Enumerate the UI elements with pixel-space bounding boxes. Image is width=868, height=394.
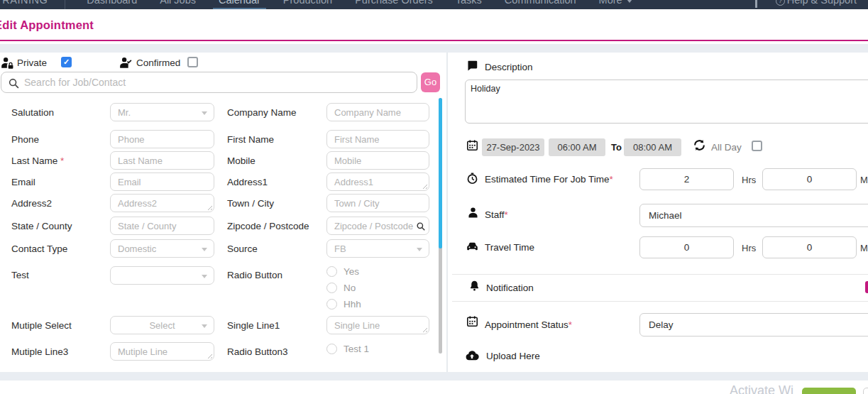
- date-picker-chip[interactable]: 27-Sep-2023: [482, 138, 544, 156]
- cloud-upload-icon: [465, 349, 479, 363]
- first-name-input[interactable]: First Name: [326, 130, 429, 148]
- nav-brand[interactable]: TRAINING: [0, 0, 49, 9]
- travel-hrs-input[interactable]: 0: [639, 236, 734, 258]
- all-day-label: All Day: [711, 142, 742, 153]
- search-input[interactable]: [24, 73, 407, 92]
- radio-test1[interactable]: [326, 344, 337, 354]
- start-time-chip[interactable]: 06:00 AM: [549, 138, 605, 156]
- radio-no[interactable]: [326, 283, 337, 293]
- clock-icon: [466, 173, 478, 185]
- mutiple-select[interactable]: Select: [110, 316, 214, 334]
- private-checkbox[interactable]: ✓: [61, 57, 72, 67]
- description-textarea[interactable]: Holiday: [465, 80, 868, 124]
- source-select[interactable]: FB: [326, 239, 429, 258]
- confirmed-label: Confirmed: [136, 58, 180, 68]
- bell-icon: [468, 280, 480, 292]
- field-label-zipcode: Zipcode / Postcode: [227, 221, 326, 231]
- nav-item-dashboard[interactable]: Dashboard: [85, 0, 138, 9]
- active-tab-underline: [213, 8, 266, 9]
- address2-textarea[interactable]: Address2: [110, 194, 214, 212]
- last-name-input[interactable]: Last Name: [110, 151, 214, 170]
- help-support-link[interactable]: Help & Support: [787, 0, 857, 6]
- notification-icon[interactable]: [755, 0, 757, 8]
- nav-item-calendar[interactable]: Calendar: [217, 0, 262, 9]
- field-label-source: Source: [227, 243, 326, 254]
- calendar-icon: [466, 315, 478, 327]
- radio-yes[interactable]: [326, 266, 337, 277]
- address1-textarea[interactable]: Address1: [326, 173, 429, 191]
- person-icon: [467, 207, 479, 219]
- field-label-test: Test: [11, 266, 110, 280]
- person-check-icon: [119, 56, 133, 70]
- nav-item-all-jobs[interactable]: All Jobs: [158, 0, 197, 9]
- field-label-last-name: Last Name *: [11, 155, 110, 166]
- contact-fields-grid: Salutation Mr. Company Name Company Name…: [11, 100, 437, 361]
- radio-option: No: [326, 283, 429, 293]
- min-unit-label: Min: [860, 243, 868, 253]
- radio-hhh[interactable]: [326, 299, 337, 310]
- salutation-select[interactable]: Mr.: [110, 103, 214, 121]
- cancel-button[interactable]: [863, 388, 868, 394]
- car-icon: [466, 240, 479, 253]
- to-label: To: [611, 142, 622, 153]
- save-button[interactable]: [802, 388, 856, 394]
- mobile-input[interactable]: Mobile: [326, 151, 429, 170]
- field-label-mutiple-select: Mutiple Select: [11, 320, 110, 331]
- field-label-phone: Phone: [11, 134, 110, 145]
- single-line1-textarea[interactable]: Single Line: [326, 316, 429, 334]
- phone-input[interactable]: Phone: [110, 130, 214, 148]
- comment-icon: [466, 60, 478, 72]
- contact-panel: Private ✓ Confirmed Go Salutation Mr. Co…: [0, 53, 446, 372]
- nav-item-tasks[interactable]: Tasks: [454, 0, 483, 9]
- field-label-company-name: Company Name: [227, 107, 326, 118]
- nav-item-production[interactable]: Production: [282, 0, 334, 9]
- hrs-unit-label: Hrs: [742, 175, 756, 185]
- appointment-panel: Description Holiday 27-Sep-2023 06:00 AM…: [448, 53, 868, 372]
- upload-here-label[interactable]: Upload Here: [486, 351, 540, 361]
- search-icon: [8, 77, 20, 89]
- all-day-checkbox[interactable]: [752, 141, 762, 151]
- end-time-chip[interactable]: 08:00 AM: [624, 138, 681, 156]
- company-name-input[interactable]: Company Name: [326, 103, 429, 121]
- job-contact-search: [1, 72, 417, 93]
- nav-item-purchase-orders[interactable]: Purchase Orders: [353, 0, 434, 9]
- radio-option: Yes: [326, 266, 429, 277]
- activate-watermark: Activate Wi: [730, 383, 793, 394]
- nav-divider: [65, 0, 65, 9]
- state-county-input[interactable]: State / County: [110, 217, 214, 235]
- field-label-radio-button3: Radio Button3: [227, 346, 326, 357]
- estimated-min-input[interactable]: 0: [762, 168, 857, 190]
- travel-min-input[interactable]: 0: [762, 236, 857, 258]
- travel-time-label: Travel Time: [485, 242, 534, 253]
- staff-input[interactable]: Michael: [639, 204, 868, 227]
- mutiple-line3-textarea[interactable]: Mutiple Line: [110, 342, 214, 361]
- confirmed-checkbox[interactable]: [187, 57, 198, 67]
- radio-option: Hhh: [326, 299, 429, 310]
- radio-option: Test 1: [326, 344, 429, 354]
- field-label-contact-type: Contact Type: [11, 243, 110, 254]
- page-title: Edit Appointment: [0, 18, 94, 32]
- description-label: Description: [485, 62, 533, 72]
- zipcode-input[interactable]: Zipcode / Postcode: [326, 217, 429, 235]
- add-notification-button[interactable]: [865, 281, 868, 293]
- town-city-input[interactable]: Town / City: [326, 194, 429, 212]
- nav-item-more[interactable]: More: [598, 0, 634, 9]
- appointment-status-input[interactable]: Delay: [639, 313, 868, 336]
- help-circle-icon: ?: [776, 0, 785, 6]
- field-label-email: Email: [11, 177, 110, 187]
- go-button[interactable]: Go: [421, 72, 440, 92]
- title-underline: [0, 40, 868, 41]
- recurrence-icon[interactable]: [693, 138, 706, 152]
- contact-type-select[interactable]: Domestic: [110, 239, 214, 258]
- email-input[interactable]: Email: [110, 173, 214, 191]
- panel-scrollbar-track[interactable]: [439, 98, 442, 354]
- top-navbar: TRAINING Dashboard All Jobs Calendar Pro…: [0, 0, 868, 9]
- field-label-radio-button: Radio Button: [227, 266, 326, 280]
- panel-scrollbar-thumb[interactable]: [439, 98, 442, 248]
- modal-bottom-edge: [0, 372, 868, 381]
- field-label-salutation: Salutation: [11, 107, 110, 118]
- test-select[interactable]: [110, 266, 214, 285]
- estimated-hrs-input[interactable]: 2: [639, 168, 734, 190]
- field-label-address1: Address1: [227, 177, 326, 187]
- nav-item-communication[interactable]: Communication: [503, 0, 578, 9]
